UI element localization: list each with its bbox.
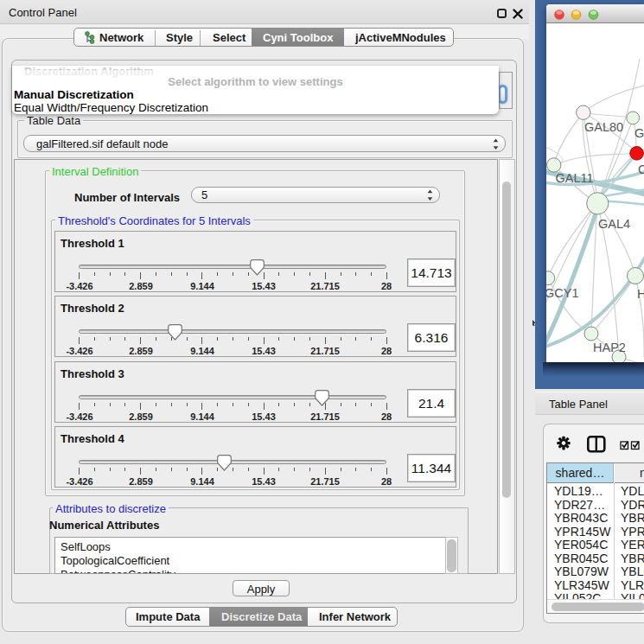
svg-text:GAL80: GAL80 [584,120,623,134]
svg-text:GA: GA [634,126,644,140]
svg-text:GAL11: GAL11 [556,171,594,185]
svg-text:C: C [638,163,644,176]
svg-text:H: H [637,287,644,301]
svg-text:GCY1: GCY1 [546,286,579,300]
svg-text:HAP2: HAP2 [593,341,626,354]
svg-text:GAL4: GAL4 [598,217,630,231]
